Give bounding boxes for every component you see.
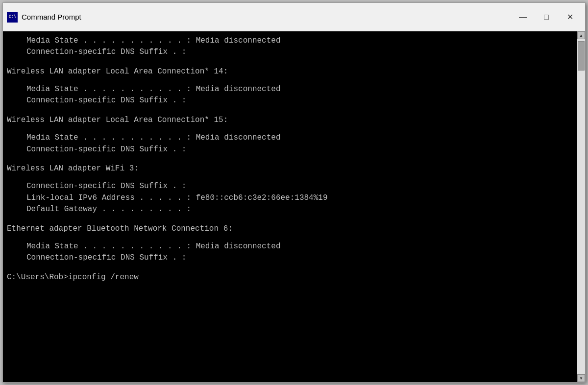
window-title: Command Prompt [22, 13, 81, 21]
terminal-line [7, 155, 575, 162]
terminal-line [7, 126, 575, 133]
title-bar: C:\ Command Prompt — □ ✕ [3, 3, 585, 31]
terminal-line [7, 58, 575, 64]
terminal-line: Wireless LAN adapter WiFi 3: [7, 163, 575, 174]
terminal-line [7, 107, 575, 113]
close-button[interactable]: ✕ [559, 9, 581, 25]
scrollbar[interactable]: ▲ ▼ [577, 31, 585, 382]
terminal-line: Connection-specific DNS Suffix . : [7, 144, 575, 155]
terminal-line: Media State . . . . . . . . . . . : Medi… [7, 35, 575, 47]
terminal-line [7, 215, 575, 221]
scrollbar-thumb[interactable] [578, 41, 585, 71]
cmd-icon-text: C:\ [8, 14, 16, 20]
terminal-line [7, 175, 575, 181]
scroll-up-button[interactable]: ▲ [577, 31, 585, 39]
terminal-line: C:\Users\Rob>ipconfig /renew [7, 272, 575, 283]
terminal-line: Wireless LAN adapter Local Area Connecti… [7, 66, 575, 77]
terminal-line: Connection-specific DNS Suffix . : [7, 181, 575, 192]
maximize-button[interactable]: □ [535, 9, 558, 25]
terminal-line: Connection-specific DNS Suffix . : [7, 252, 575, 264]
terminal-line: Connection-specific DNS Suffix . : [7, 47, 575, 58]
terminal-line: Connection-specific DNS Suffix . : [7, 95, 575, 106]
terminal-line: Ethernet adapter Bluetooth Network Conne… [7, 223, 575, 235]
command-prompt-window: C:\ Command Prompt — □ ✕ Media State . .… [2, 2, 586, 383]
app-icon: C:\ [7, 12, 18, 23]
scroll-down-button[interactable]: ▼ [577, 374, 585, 382]
title-bar-left: C:\ Command Prompt [7, 12, 81, 23]
terminal-line: Media State . . . . . . . . . . . : Medi… [7, 241, 575, 252]
terminal-line: Wireless LAN adapter Local Area Connecti… [7, 115, 575, 126]
terminal-line [7, 77, 575, 84]
terminal-content[interactable]: Media State . . . . . . . . . . . : Medi… [3, 31, 577, 382]
terminal-line: Default Gateway . . . . . . . . . : [7, 204, 575, 215]
terminal-line [7, 235, 575, 241]
scrollbar-track[interactable] [577, 39, 585, 374]
terminal-line: Link-local IPv6 Address . . . . . : fe80… [7, 192, 575, 204]
terminal-line: Media State . . . . . . . . . . . : Medi… [7, 132, 575, 144]
minimize-button[interactable]: — [512, 9, 534, 25]
window-controls: — □ ✕ [512, 9, 581, 25]
terminal-line [7, 264, 575, 270]
terminal-area: Media State . . . . . . . . . . . : Medi… [3, 31, 585, 382]
terminal-line: Media State . . . . . . . . . . . : Medi… [7, 84, 575, 95]
